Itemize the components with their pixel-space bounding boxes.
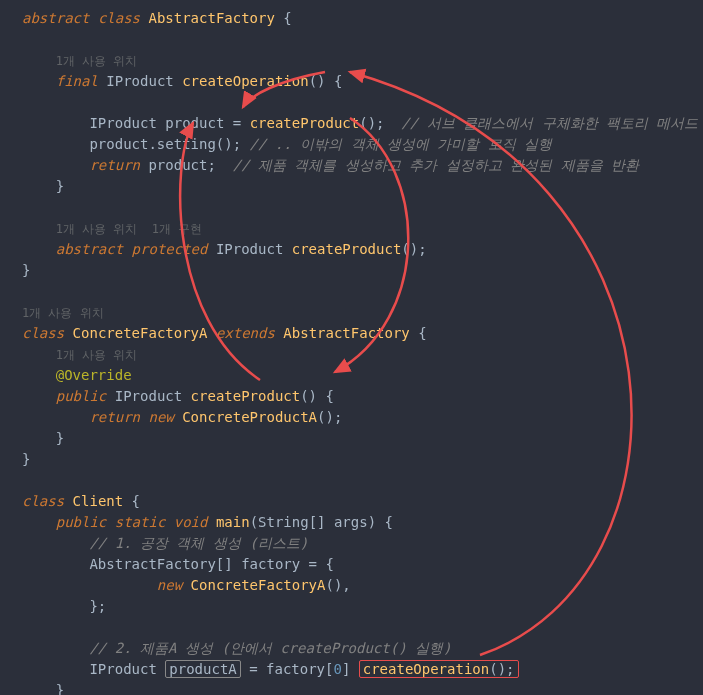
usage-hint: 1개 사용 위치 xyxy=(22,50,681,71)
highlight-box-red: createOperation(); xyxy=(359,660,519,678)
blank-line xyxy=(22,92,681,113)
blank-line xyxy=(22,197,681,218)
code-line: product.setting(); // .. 이밖의 객체 생성에 가미할 … xyxy=(22,134,681,155)
code-line: IProduct productA = factory[0] createOpe… xyxy=(22,659,681,680)
code-line: IProduct product = createProduct(); // 서… xyxy=(22,113,681,134)
code-line: abstract class AbstractFactory { xyxy=(22,8,681,29)
code-line: } xyxy=(22,260,681,281)
code-line: class Client { xyxy=(22,491,681,512)
code-line: new ConcreteFactoryA(), xyxy=(22,575,681,596)
blank-line xyxy=(22,29,681,50)
code-line: final IProduct createOperation() { xyxy=(22,71,681,92)
code-line: return product; // 제품 객체를 생성하고 추가 설정하고 완… xyxy=(22,155,681,176)
code-line: // 2. 제품A 생성 (안에서 createProduct() 실행) xyxy=(22,638,681,659)
blank-line xyxy=(22,470,681,491)
code-line: } xyxy=(22,449,681,470)
code-line: AbstractFactory[] factory = { xyxy=(22,554,681,575)
code-line: public static void main(String[] args) { xyxy=(22,512,681,533)
usage-hint: 1개 사용 위치 1개 구현 xyxy=(22,218,681,239)
code-line: } xyxy=(22,428,681,449)
usage-hint: 1개 사용 위치 xyxy=(22,302,681,323)
code-line: } xyxy=(22,680,681,695)
code-line: public IProduct createProduct() { xyxy=(22,386,681,407)
code-line: // 1. 공장 객체 생성 (리스트) xyxy=(22,533,681,554)
code-line: } xyxy=(22,176,681,197)
code-line: @Override xyxy=(22,365,681,386)
code-line: class ConcreteFactoryA extends AbstractF… xyxy=(22,323,681,344)
code-line: return new ConcreteProductA(); xyxy=(22,407,681,428)
blank-line xyxy=(22,617,681,638)
blank-line xyxy=(22,281,681,302)
code-line: }; xyxy=(22,596,681,617)
code-block: abstract class AbstractFactory { 1개 사용 위… xyxy=(22,8,681,695)
usage-hint: 1개 사용 위치 xyxy=(22,344,681,365)
highlight-box: productA xyxy=(165,660,240,678)
code-line: abstract protected IProduct createProduc… xyxy=(22,239,681,260)
